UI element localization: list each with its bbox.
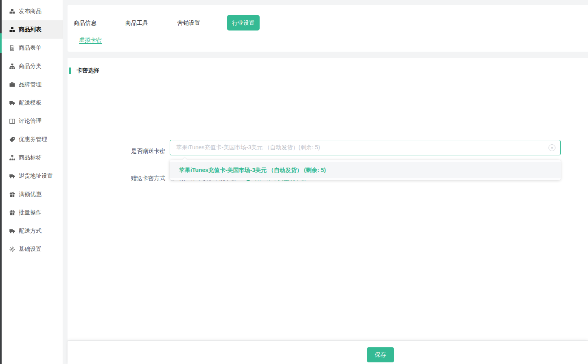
cubes-icon (9, 27, 15, 33)
dropdown-arrow-notch (182, 157, 187, 162)
card-select-dropdown: 苹果iTunes充值卡-美国市场-3美元 （自动发货） (剩余: 5) (170, 160, 561, 180)
sidebar-item-product-category[interactable]: 商品分类 (2, 57, 63, 75)
sidebar-item-label: 优惠券管理 (19, 136, 47, 143)
tab-industry-settings[interactable]: 行业设置 (227, 15, 260, 31)
gift-icon (9, 210, 15, 216)
save-button[interactable]: 保存 (367, 347, 394, 362)
sidebar-item-label: 商品分类 (19, 63, 42, 70)
sidebar-item-product-form[interactable]: 商品表单 (2, 39, 63, 57)
sidebar-item-label: 发布商品 (19, 8, 42, 15)
sidebar-item-product-tags[interactable]: 商品标签 (2, 148, 63, 167)
tab-marketing-settings[interactable]: 营销设置 (177, 19, 200, 27)
sidebar-item-product-list[interactable]: 商品列表 (2, 20, 63, 39)
sidebar-item-label: 配送方式 (19, 227, 42, 235)
gift-question-label: 是否赠送卡密 (68, 147, 165, 155)
dropdown-option[interactable]: 苹果iTunes充值卡-美国市场-3美元 （自动发货） (剩余: 5) (170, 162, 561, 178)
truck-icon (9, 100, 15, 106)
gift-icon (9, 192, 15, 197)
tab-bar-panel: 商品信息 商品工具 营销设置 行业设置 虚拟卡密 (68, 5, 588, 52)
truck-icon (9, 173, 15, 179)
sidebar-item-brand-management[interactable]: 品牌管理 (2, 75, 63, 94)
section-accent-bar (69, 68, 71, 74)
sidebar-item-publish-product[interactable]: 发布商品 (2, 2, 63, 20)
truck-icon (9, 228, 15, 234)
briefcase-icon (9, 82, 15, 87)
sitemap-icon (9, 63, 15, 69)
subtab-virtual-card[interactable]: 虚拟卡密 (79, 36, 102, 44)
tag-icon (9, 137, 15, 142)
sidebar-item-batch-operations[interactable]: 批量操作 (2, 203, 63, 222)
tab-product-tools[interactable]: 商品工具 (125, 19, 148, 27)
columns-icon (9, 118, 15, 124)
sidebar-item-comment-management[interactable]: 评论管理 (2, 112, 63, 130)
content-panel: 卡密选择 是否赠送卡密 是 否 赠送卡密方式 赠送某个模板下的卡密 赠送某个类型… (68, 58, 588, 340)
sidebar-item-label: 退货地址设置 (19, 172, 53, 180)
sitemap-icon (9, 155, 15, 161)
tab-product-info[interactable]: 商品信息 (74, 19, 96, 27)
sidebar-item-coupon-management[interactable]: 优惠券管理 (2, 130, 63, 148)
sidebar-item-label: 配送模板 (19, 99, 42, 107)
gear-icon (9, 246, 15, 252)
sidebar-item-return-address-settings[interactable]: 退货地址设置 (2, 167, 63, 185)
section-title: 卡密选择 (77, 67, 99, 74)
sidebar-item-delivery-template[interactable]: 配送模板 (2, 94, 63, 112)
sidebar-item-full-amount-discount[interactable]: 满额优惠 (2, 185, 63, 203)
sidebar: 发布商品 商品列表 商品表单 商品分类 品牌管理 配送模板 评论管理 优惠券管理… (2, 0, 63, 364)
section-header: 卡密选择 (69, 67, 99, 74)
sidebar-item-delivery-method[interactable]: 配送方式 (2, 222, 63, 240)
sidebar-item-label: 评论管理 (19, 118, 42, 125)
sidebar-item-label: 商品列表 (19, 26, 42, 33)
footer-bar: 保存 (68, 341, 588, 364)
circle-x-icon[interactable]: × (549, 144, 555, 151)
file-form-icon (9, 45, 15, 51)
sidebar-item-label: 满额优惠 (19, 191, 42, 198)
sidebar-item-basic-settings[interactable]: 基础设置 (2, 240, 63, 258)
card-select-placeholder: 苹果iTunes充值卡-美国市场-3美元 （自动发货）(剩余: 5) (176, 144, 549, 151)
sidebar-item-label: 商品表单 (19, 44, 42, 52)
cubes-icon (9, 9, 15, 14)
card-select-input[interactable]: 苹果iTunes充值卡-美国市场-3美元 （自动发货）(剩余: 5) × (170, 140, 561, 155)
sidebar-item-label: 批量操作 (19, 209, 42, 216)
sidebar-item-label: 商品标签 (19, 154, 42, 161)
sidebar-item-label: 品牌管理 (19, 81, 42, 88)
gift-method-label: 赠送卡密方式 (68, 174, 165, 182)
sidebar-item-label: 基础设置 (19, 246, 42, 253)
